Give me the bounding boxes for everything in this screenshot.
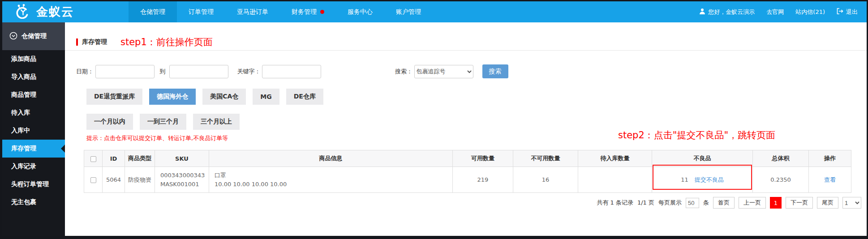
sidebar-item-import-product[interactable]: 导入商品: [2, 68, 65, 86]
header-defective: 不良品: [652, 150, 753, 167]
official-site-link[interactable]: 去官网: [766, 8, 784, 16]
product-dimensions: 10.00 10.00 10.00 10.00: [215, 180, 452, 189]
tab-label: 一到三个月: [147, 118, 179, 126]
title-accent-bar: [76, 38, 78, 46]
tab-germany-overseas-warehouse[interactable]: 德国海外仓: [149, 89, 196, 105]
tab-one-to-three-months[interactable]: 一到三个月: [140, 114, 186, 130]
topnav-orders[interactable]: 订单管理: [177, 1, 225, 22]
view-link[interactable]: 查看: [824, 176, 836, 183]
per-page-unit: 条: [703, 199, 709, 207]
tab-label: 一个月以内: [94, 118, 125, 126]
topnav-label: 订单管理: [189, 8, 214, 16]
logout-link[interactable]: 退出: [837, 8, 858, 16]
topnav-label: 财务管理: [292, 8, 317, 16]
select-all-checkbox[interactable]: [90, 156, 96, 162]
prev-page-button[interactable]: 上一页: [739, 197, 766, 209]
tab-label: 德国海外仓: [157, 93, 188, 101]
sidebar-item-unclaimed-packages[interactable]: 无主包裹: [2, 193, 65, 211]
user-greeting[interactable]: 您好，金蚁云演示: [699, 8, 755, 16]
product-name: 口罩: [215, 171, 452, 180]
topnav-finance[interactable]: 财务管理: [280, 1, 336, 22]
cell-product-type: 防疫物资: [125, 167, 155, 193]
sidebar-header-warehouse[interactable]: 仓储管理: [2, 22, 65, 50]
date-from-input[interactable]: [95, 65, 155, 78]
cell-total-volume: 0.2350: [753, 167, 809, 193]
cell-unavailable-qty: 16: [513, 167, 578, 193]
topnav-amazon-orders[interactable]: 亚马逊订单: [225, 1, 280, 22]
sidebar: 仓储管理 添加商品 导入商品 商品管理 待入库 入库中 库存管理 入库记录 头程…: [2, 22, 65, 236]
cell-product-info: 口罩 10.00 10.00 10.00 10.00: [209, 167, 453, 193]
tab-label: 美国CA仓: [210, 93, 238, 101]
table-header-row: ID 商品类型 SKU 商品信息 可用数量 不可用数量 待入库数量 不良品 总体…: [84, 150, 851, 167]
page-size-input[interactable]: [686, 198, 699, 208]
search-type-label: 搜索 :: [395, 68, 411, 76]
search-type-select[interactable]: 包裹追踪号: [414, 65, 473, 78]
sidebar-item-label: 入库中: [11, 127, 30, 135]
tab-de-return-warehouse[interactable]: DE退货重派库: [86, 89, 142, 105]
warehouse-tabs: DE退货重派库 德国海外仓 美国CA仓 MG DE仓库: [86, 89, 323, 105]
header-total-volume: 总体积: [753, 150, 809, 167]
header-available-qty: 可用数量: [453, 150, 513, 167]
keyword-input[interactable]: [262, 65, 321, 78]
topnav-label: 亚马逊订单: [237, 8, 268, 16]
logo[interactable]: 金蚁云: [2, 1, 129, 22]
last-page-button[interactable]: 尾页: [817, 197, 838, 209]
sidebar-item-label: 无主包裹: [11, 198, 36, 206]
logo-text: 金蚁云: [36, 4, 74, 20]
tab-de-warehouse[interactable]: DE仓库: [286, 89, 323, 105]
sidebar-item-label: 头程订单管理: [11, 180, 49, 188]
tab-mg-warehouse[interactable]: MG: [253, 89, 279, 105]
header-sku: SKU: [155, 150, 209, 167]
sidebar-item-first-leg-orders[interactable]: 头程订单管理: [2, 175, 65, 193]
main-content: 库存管理 step1：前往操作页面 日期 : 到 关键字 : 搜索 : 包裹追踪…: [65, 22, 867, 236]
cell-defective: 11 提交不良品: [652, 167, 753, 193]
sidebar-item-pending-inbound[interactable]: 待入库: [2, 104, 65, 122]
page-count-text: 1/1 页: [637, 199, 654, 207]
sidebar-item-label: 入库记录: [11, 162, 36, 171]
sidebar-item-label: 待入库: [11, 109, 30, 117]
topnav-account[interactable]: 账户管理: [384, 1, 433, 22]
search-button[interactable]: 搜索: [482, 64, 508, 78]
sidebar-item-label: 库存管理: [11, 145, 36, 153]
header-select-all-cell: [84, 150, 103, 167]
sidebar-item-label: 商品管理: [11, 91, 36, 99]
date-label: 日期 :: [76, 68, 92, 76]
page-jump-select[interactable]: 1: [842, 197, 861, 209]
header-product-type: 商品类型: [125, 150, 155, 167]
hint-text: 提示：点击仓库可以提交订单、转运订单,不良品订单等: [86, 134, 228, 142]
age-filter-tabs: 一个月以内 一到三个月 三个月以上: [86, 114, 240, 130]
topbar-right: 您好，金蚁云演示 去官网 站内信(21) 退出: [699, 1, 867, 22]
inventory-table: ID 商品类型 SKU 商品信息 可用数量 不可用数量 待入库数量 不良品 总体…: [84, 150, 851, 193]
site-mail-link[interactable]: 站内信(21): [795, 8, 825, 16]
header-product-info: 商品信息: [209, 150, 453, 167]
top-navigation: 仓储管理 订单管理 亚马逊订单 财务管理 服务中心 账户管理: [129, 1, 433, 22]
step2-annotation: step2：点击"提交不良品"，跳转页面: [618, 129, 775, 141]
sidebar-item-inventory-management[interactable]: 库存管理: [2, 140, 65, 158]
chevron-down-circle-icon: [9, 32, 17, 41]
header-unavailable-qty: 不可用数量: [513, 150, 578, 167]
tab-within-one-month[interactable]: 一个月以内: [86, 114, 133, 130]
topbar: 金蚁云 仓储管理 订单管理 亚马逊订单 财务管理 服务中心 账户管理: [2, 1, 867, 22]
topnav-label: 仓储管理: [140, 8, 165, 16]
submit-defective-link[interactable]: 提交不良品: [695, 176, 724, 183]
topnav-service-center[interactable]: 服务中心: [336, 1, 384, 22]
official-site-text: 去官网: [766, 8, 784, 16]
topnav-warehouse[interactable]: 仓储管理: [129, 1, 177, 22]
next-page-button[interactable]: 下一页: [786, 197, 813, 209]
sidebar-item-add-product[interactable]: 添加商品: [2, 50, 65, 68]
page-header: 库存管理 step1：前往操作页面: [76, 36, 213, 48]
tab-over-three-months[interactable]: 三个月以上: [193, 114, 240, 130]
user-icon: [699, 8, 705, 16]
sidebar-item-inbound-records[interactable]: 入库记录: [2, 158, 65, 175]
date-to-input[interactable]: [169, 65, 228, 78]
sidebar-header-label: 仓储管理: [21, 32, 47, 40]
sidebar-item-inbound-in-progress[interactable]: 入库中: [2, 122, 65, 140]
first-page-button[interactable]: 首页: [713, 197, 735, 209]
cell-action: 查看: [809, 167, 851, 193]
sidebar-item-product-management[interactable]: 商品管理: [2, 86, 65, 104]
row-checkbox[interactable]: [90, 177, 96, 183]
tab-label: 三个月以上: [201, 118, 232, 126]
header-id: ID: [103, 150, 125, 167]
header-action: 操作: [809, 150, 851, 167]
tab-us-ca-warehouse[interactable]: 美国CA仓: [202, 89, 246, 105]
